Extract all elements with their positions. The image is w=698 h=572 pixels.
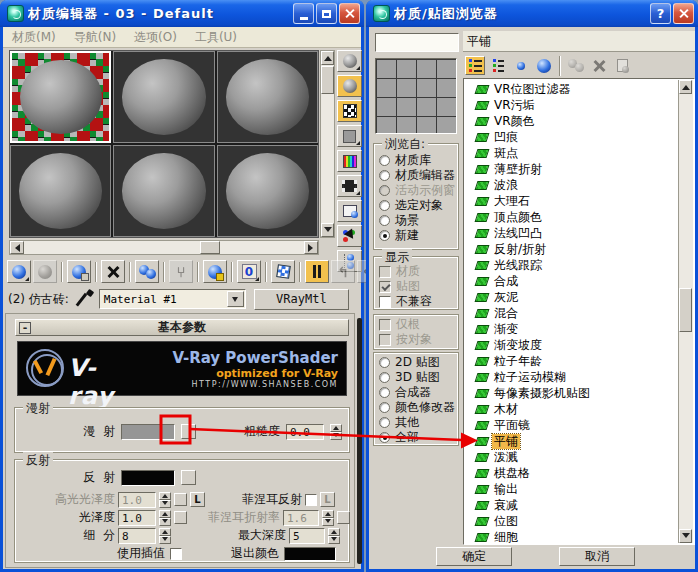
exit-color-swatch[interactable] <box>284 547 336 561</box>
reflect-map-button[interactable] <box>181 470 196 485</box>
spinner-up[interactable] <box>159 510 171 518</box>
close-button[interactable] <box>339 3 360 24</box>
scroll-up-button[interactable] <box>679 80 692 94</box>
sample-slot[interactable] <box>113 51 214 143</box>
spinner-down[interactable] <box>159 500 171 508</box>
reset-map-mtl-button[interactable] <box>101 260 125 283</box>
sample-slot[interactable] <box>10 145 111 237</box>
map-list-item[interactable]: 木材 <box>466 401 677 417</box>
subdivs-field[interactable]: 8 <box>118 528 156 544</box>
category-option[interactable]: 颜色修改器 <box>375 400 457 415</box>
map-list-item[interactable]: 斑点 <box>466 145 677 161</box>
show-end-result-button[interactable] <box>305 260 329 283</box>
hilight-lock-button[interactable]: L <box>190 492 205 507</box>
scrollbar-thumb[interactable] <box>679 288 692 332</box>
map-list-item[interactable]: VR颜色 <box>466 113 677 129</box>
cancel-button[interactable]: 取消 <box>559 547 635 566</box>
basic-parameters-rollout[interactable]: - 基本参数 <box>15 319 349 336</box>
pick-material-eyedropper-icon[interactable] <box>78 290 94 308</box>
map-list-item[interactable]: 凹痕 <box>466 129 677 145</box>
ok-button[interactable]: 确定 <box>436 547 512 566</box>
fresnel-ior-field[interactable]: 1.6 <box>283 510 319 526</box>
browse-from-option[interactable]: 材质编辑器 <box>375 168 457 183</box>
menu-item[interactable]: 选项(O) <box>125 29 186 46</box>
category-option[interactable]: 其他 <box>375 415 457 430</box>
map-list-item[interactable]: 粒子运动模糊 <box>466 369 677 385</box>
map-list-item[interactable]: 灰泥 <box>466 289 677 305</box>
material-editor-titlebar[interactable]: 材质编辑器 - 03 - Default <box>0 0 364 27</box>
map-list-item[interactable]: 平面镜 <box>466 417 677 433</box>
assign-material-to-selection-button[interactable] <box>67 260 91 283</box>
map-list-item[interactable]: 顶点颜色 <box>466 209 677 225</box>
hilight-gloss-map-button[interactable] <box>174 493 187 506</box>
scroll-right-button[interactable] <box>304 241 318 254</box>
fresnel-ior-map-button[interactable] <box>337 511 350 524</box>
browser-titlebar[interactable]: 材质/贴图浏览器 ? <box>366 0 698 27</box>
show-option[interactable]: 不兼容 <box>375 294 457 309</box>
scrollbar-thumb[interactable] <box>321 66 334 94</box>
menu-item[interactable]: 材质(M) <box>3 29 65 46</box>
view-small-icons-button[interactable] <box>511 56 531 75</box>
map-list-item[interactable]: 大理石 <box>466 193 677 209</box>
spinner-down[interactable] <box>328 536 340 544</box>
hilight-gloss-field[interactable]: 1.0 <box>118 492 156 508</box>
use-interpolation-checkbox[interactable] <box>170 548 182 560</box>
material-name-combo[interactable]: Material #1 <box>99 289 246 309</box>
max-depth-field[interactable]: 5 <box>289 528 325 544</box>
view-list-button[interactable] <box>465 56 485 75</box>
browse-from-option[interactable]: 材质库 <box>375 153 457 168</box>
sample-uv-tiling-button[interactable] <box>337 125 362 147</box>
menu-item[interactable]: 导航(N) <box>65 29 125 46</box>
video-color-check-button[interactable] <box>337 150 362 172</box>
spinner-down[interactable] <box>330 432 342 440</box>
make-unique-button[interactable]: ⑂ <box>169 260 193 283</box>
map-list-item[interactable]: 反射/折射 <box>466 241 677 257</box>
view-large-icons-button[interactable] <box>534 56 554 75</box>
show-map-in-viewport-button[interactable] <box>271 260 295 283</box>
roughness-field[interactable]: 0.0 <box>286 424 324 440</box>
name-entry-input[interactable] <box>375 33 459 52</box>
gloss-map-button[interactable] <box>174 511 187 524</box>
delete-from-library-button[interactable] <box>589 56 609 75</box>
scroll-down-button[interactable] <box>321 223 334 237</box>
category-option[interactable]: 全部 <box>375 430 457 445</box>
put-material-to-scene-button[interactable] <box>33 260 57 283</box>
go-to-parent-button[interactable]: ↰ <box>331 260 355 283</box>
category-option[interactable]: 合成器 <box>375 385 457 400</box>
map-list-item[interactable]: 光线跟踪 <box>466 257 677 273</box>
map-list-item[interactable]: 渐变 <box>466 321 677 337</box>
fresnel-ior-spinner[interactable] <box>322 510 334 526</box>
spinner-up[interactable] <box>322 510 334 518</box>
sample-type-button[interactable] <box>337 50 362 72</box>
map-list-item[interactable]: VR污垢 <box>466 97 677 113</box>
background-button[interactable] <box>337 100 362 122</box>
close-button[interactable] <box>673 3 694 24</box>
update-scene-materials-button[interactable] <box>566 56 586 75</box>
sample-slot[interactable] <box>217 145 318 237</box>
combo-drop-button[interactable] <box>227 291 244 307</box>
maximize-button[interactable] <box>316 3 337 24</box>
show-option[interactable]: 贴图 <box>375 279 457 294</box>
subdivs-spinner[interactable] <box>159 528 171 544</box>
make-material-copy-button[interactable] <box>135 260 159 283</box>
scroll-down-button[interactable] <box>679 529 692 543</box>
show-option[interactable]: 仅根 <box>375 317 457 332</box>
map-list-item[interactable]: 衰减 <box>466 497 677 513</box>
map-list-item[interactable]: 合成 <box>466 273 677 289</box>
map-list-item[interactable]: 位图 <box>466 513 677 529</box>
map-list-item[interactable]: 输出 <box>466 481 677 497</box>
map-list-item[interactable]: 细胞 <box>466 529 677 545</box>
map-list-item[interactable]: 平铺 <box>466 433 677 449</box>
material-id-channel-button[interactable]: 0 <box>237 260 261 283</box>
spinner-down[interactable] <box>322 518 334 526</box>
clear-material-library-button[interactable] <box>612 56 632 75</box>
params-scrollbar[interactable] <box>357 318 362 564</box>
map-list-item[interactable]: 泼溅 <box>466 449 677 465</box>
map-list-item[interactable]: 法线凹凸 <box>466 225 677 241</box>
spinner-up[interactable] <box>159 528 171 536</box>
fresnel-lock-button[interactable]: L <box>320 492 335 507</box>
help-button[interactable]: ? <box>650 3 671 24</box>
list-vertical-scrollbar[interactable] <box>678 80 693 543</box>
diffuse-color-swatch[interactable] <box>121 424 175 440</box>
hilight-gloss-spinner[interactable] <box>159 492 171 508</box>
